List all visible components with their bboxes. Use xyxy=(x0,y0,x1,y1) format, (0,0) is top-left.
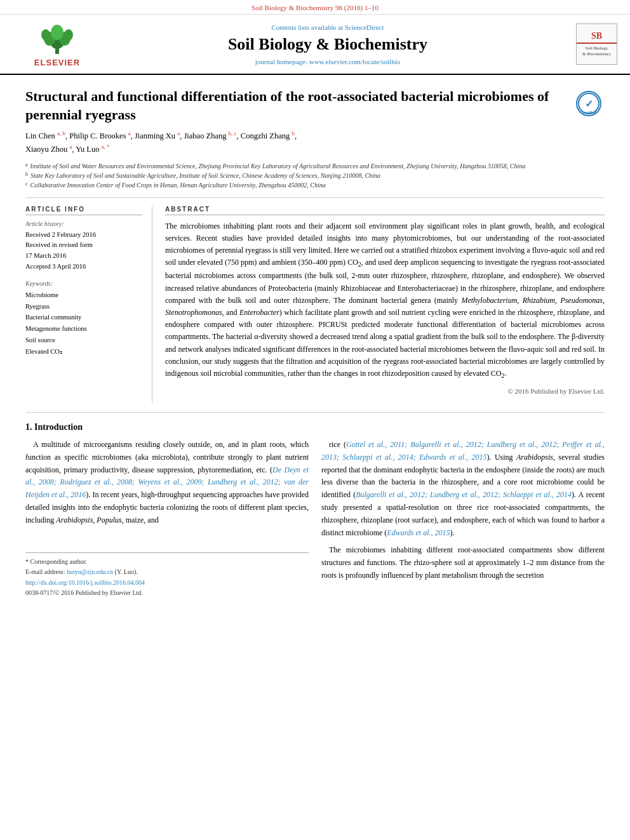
email-label: E-mail address: xyxy=(25,568,65,575)
email-line: E-mail address: luoyu@zju.edu.cn (Y. Luo… xyxy=(25,567,309,578)
author-jiabao-zhang: Jiabao Zhang xyxy=(184,131,226,140)
section-divider xyxy=(25,412,605,413)
keywords-section: Keywords: Microbiome Ryegrass Bacterial … xyxy=(25,280,142,357)
article-info-abstract-section: ARTICLE INFO Article history: Received 2… xyxy=(25,206,605,403)
keyword-elevated-co2: Elevated CO₂ xyxy=(25,346,142,357)
ref-bulgarelli: Bulgarelli et al., 2012; Lundberg et al.… xyxy=(356,490,572,499)
email-address-link[interactable]: luoyu@zju.edu.cn xyxy=(67,568,113,575)
ref-gottel: Gottel et al., 2011; Bulgarelli et al., … xyxy=(321,440,605,462)
corr-author-label: * Corresponding author. xyxy=(25,557,309,568)
affiliation-b: b State Key Laboratory of Soil and Susta… xyxy=(25,171,605,180)
crossmark-icon: ✓ CrossMark xyxy=(576,91,601,116)
article-title: Structural and functional differentiatio… xyxy=(25,88,570,124)
ref-edwards: Edwards et al., 2015 xyxy=(387,528,450,537)
article-title-section: Structural and functional differentiatio… xyxy=(25,88,605,124)
contents-available-line: Contents lists available at ScienceDirec… xyxy=(102,23,554,31)
author-lin-chen: Lin Chen xyxy=(25,131,55,140)
main-content: Structural and functional differentiatio… xyxy=(0,75,630,611)
citation-text: Soil Biology & Biochemistry 98 (2016) 1–… xyxy=(251,4,379,11)
journal-homepage-link[interactable]: www.elsevier.com/locate/soilbio xyxy=(309,58,400,65)
journal-info-center: Contents lists available at ScienceDirec… xyxy=(102,23,554,65)
logo-letters: SB xyxy=(591,32,602,41)
copyright-line: © 2016 Published by Elsevier Ltd. xyxy=(165,386,605,397)
article-info-column: ARTICLE INFO Article history: Received 2… xyxy=(25,206,152,403)
journal-header: ELSEVIER Contents lists available at Sci… xyxy=(0,15,630,75)
journal-citation: Soil Biology & Biochemistry 98 (2016) 1–… xyxy=(0,0,630,15)
journal-homepage-line: journal homepage: www.elsevier.com/locat… xyxy=(102,58,554,65)
svg-text:CrossMark: CrossMark xyxy=(580,110,597,114)
keyword-metagenome: Metagenome functions xyxy=(25,323,142,335)
logo-text: Soil Biology& Biochemistry xyxy=(582,46,611,57)
introduction-section: 1. Introduction A multitude of microorga… xyxy=(25,422,605,599)
intro-right-col: rice (Gottel et al., 2011; Bulgarelli et… xyxy=(321,439,605,599)
svg-point-4 xyxy=(51,25,64,40)
corresponding-author-note: * Corresponding author. E-mail address: … xyxy=(25,552,309,578)
abstract-paragraph-1: The microbiomes inhabiting plant roots a… xyxy=(165,220,605,382)
received-date: Received 2 February 2016 xyxy=(25,230,142,241)
author-xiaoyu-zhou: Xiaoyu Zhou xyxy=(25,145,67,154)
elsevier-logo: ELSEVIER xyxy=(13,21,102,67)
authors-section: Lin Chen a, b, Philip C. Brookes a, Jian… xyxy=(25,129,605,156)
introduction-heading: 1. Introduction xyxy=(25,422,605,432)
ref-dedeyn: De Deyn et al., 2008; Rodriguez et al., … xyxy=(25,465,309,500)
keywords-label: Keywords: xyxy=(25,280,142,287)
author-jianming-xu: Jianming Xu xyxy=(135,131,175,140)
intro-right-para-1: rice (Gottel et al., 2011; Bulgarelli et… xyxy=(321,439,605,539)
introduction-columns: A multitude of microorganisms residing c… xyxy=(25,439,605,599)
author-philip-brookes: Philip C. Brookes xyxy=(69,131,126,140)
crossmark-svg: ✓ CrossMark xyxy=(577,92,600,115)
issn-line: 0038-0717/© 2016 Published by Elsevier L… xyxy=(25,588,309,599)
abstract-section: ABSTRACT The microbiomes inhabiting plan… xyxy=(165,206,605,403)
received-revised-label: Received in revised form xyxy=(25,240,142,251)
sciencedirect-link[interactable]: ScienceDirect xyxy=(345,23,384,31)
keyword-microbiome: Microbiome xyxy=(25,290,142,301)
intro-left-col: A multitude of microorganisms residing c… xyxy=(25,439,309,599)
elsevier-logo-section: ELSEVIER xyxy=(13,21,102,67)
email-suffix: (Y. Luo). xyxy=(115,568,138,575)
article-info-header: ARTICLE INFO xyxy=(25,206,142,215)
intro-left-para-1: A multitude of microorganisms residing c… xyxy=(25,439,309,527)
svg-point-6 xyxy=(64,29,73,41)
intro-right-para-2: The microbiomes inhabiting different roo… xyxy=(321,544,605,582)
keyword-soil-source: Soil source xyxy=(25,335,142,346)
svg-point-5 xyxy=(41,29,50,41)
revised-date: 17 March 2016 xyxy=(25,251,142,262)
keyword-bacterial-community: Bacterial community xyxy=(25,312,142,323)
history-label: Article history: xyxy=(25,220,142,227)
accepted-date: Accepted 3 April 2016 xyxy=(25,262,142,272)
keyword-ryegrass: Ryegrass xyxy=(25,301,142,312)
abstract-text: The microbiomes inhabiting plant roots a… xyxy=(165,220,605,397)
journal-logo-right: SB Soil Biology& Biochemistry xyxy=(554,23,617,65)
journal-logo-box: SB Soil Biology& Biochemistry xyxy=(576,23,617,65)
crossmark-section: ✓ CrossMark xyxy=(576,91,605,116)
author-yu-luo: Yu Luo xyxy=(76,145,99,154)
elsevier-tree-icon xyxy=(32,21,83,56)
journal-title: Soil Biology & Biochemistry xyxy=(102,35,554,54)
svg-text:✓: ✓ xyxy=(585,98,593,109)
author-congzhi-zhang: Congzhi Zhang xyxy=(241,131,290,140)
article-history: Article history: Received 2 February 201… xyxy=(25,220,142,272)
abstract-header: ABSTRACT xyxy=(165,206,605,215)
affiliation-a: a Institute of Soil and Water Resources … xyxy=(25,161,605,171)
affiliations-section: a Institute of Soil and Water Resources … xyxy=(25,161,605,198)
footnote-section: * Corresponding author. E-mail address: … xyxy=(25,552,309,599)
elsevier-wordmark: ELSEVIER xyxy=(34,58,80,67)
doi-line[interactable]: http://dx.doi.org/10.1016/j.soilbio.2016… xyxy=(25,578,309,589)
affiliation-c: c Collaborative Innovation Center of Foo… xyxy=(25,180,605,190)
